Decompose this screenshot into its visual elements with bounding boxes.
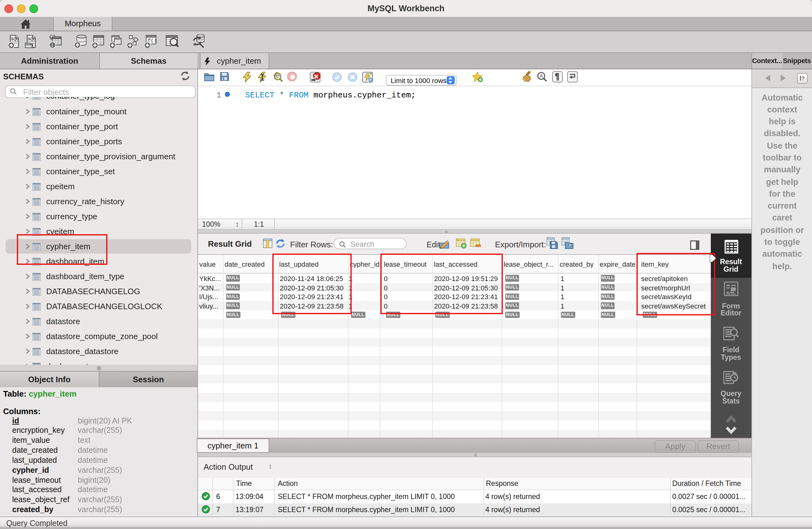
svg-text:SQL: SQL: [28, 37, 35, 41]
svg-text:A: A: [540, 73, 543, 79]
svg-text:i: i: [51, 43, 53, 48]
svg-text:SQL: SQL: [11, 37, 18, 41]
